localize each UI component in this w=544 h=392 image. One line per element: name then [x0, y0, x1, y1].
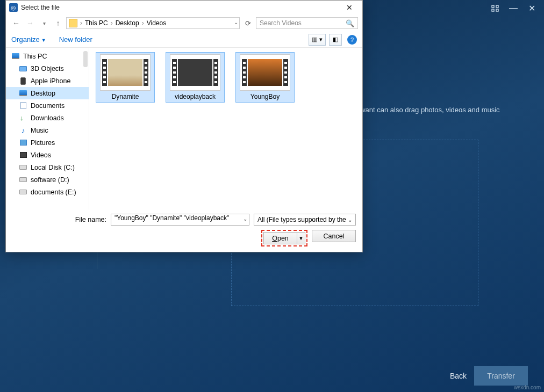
file-dynamite[interactable]: Dynamite [96, 52, 155, 103]
filetype-select[interactable]: All (File types supported by the⌄ [254, 214, 356, 226]
tree-videos[interactable]: Videos [6, 149, 89, 161]
refresh-button[interactable]: ⟳ [242, 17, 254, 29]
organize-menu[interactable]: Organize▼ [11, 35, 46, 43]
file-youngboy[interactable]: YoungBoy [235, 52, 295, 103]
file-label: YoungBoy [250, 93, 280, 100]
search-icon: 🔍 [346, 19, 354, 27]
tree-documents[interactable]: Documents [6, 99, 89, 112]
open-dropdown-button[interactable]: ▼ [297, 232, 305, 244]
svg-rect-1 [496, 5, 498, 8]
scrollbar[interactable] [83, 51, 88, 67]
tree-local-disk-c[interactable]: Local Disk (C:) [6, 161, 89, 173]
dialog-title: Select the file [21, 4, 60, 11]
close-button[interactable]: ✕ [524, 2, 540, 14]
tree-pictures[interactable]: Pictures [6, 136, 89, 149]
transfer-button[interactable]: Transfer [474, 366, 528, 386]
filename-label: File name: [12, 216, 106, 223]
breadcrumb-root[interactable]: This PC [85, 19, 108, 27]
app-icon: ◎ [9, 3, 18, 12]
tree-apple-iphone[interactable]: Apple iPhone [6, 75, 89, 87]
filename-input[interactable]: "YoungBoy" "Dynamite" "videoplayback"⌄ [111, 214, 249, 226]
help-button[interactable]: ? [347, 35, 357, 45]
preview-pane-button[interactable]: ◧ [329, 34, 342, 46]
folder-icon [69, 19, 77, 27]
tree-this-pc[interactable]: This PC [6, 50, 89, 62]
menu-icon[interactable] [487, 2, 503, 14]
tree-software-d[interactable]: software (D:) [6, 173, 89, 186]
breadcrumb[interactable]: › This PC › Desktop › Videos ⌄ [66, 17, 240, 29]
file-open-dialog: ◎ Select the file ✕ ← → ▾ ↑ › This PC › … [5, 0, 363, 252]
nav-up-button[interactable]: ↑ [52, 17, 64, 29]
cancel-button[interactable]: Cancel [312, 230, 356, 242]
tree-documents-e[interactable]: documents (E:) [6, 186, 89, 198]
nav-forward-button[interactable]: → [24, 17, 36, 29]
nav-recent-button[interactable]: ▾ [38, 17, 50, 29]
watermark: wsxdn.com [514, 384, 541, 390]
svg-rect-3 [496, 9, 498, 11]
tree-downloads[interactable]: Downloads [6, 112, 89, 124]
nav-back-button[interactable]: ← [10, 17, 22, 29]
tree-music[interactable]: ♪Music [6, 124, 89, 136]
svg-rect-0 [492, 5, 494, 8]
breadcrumb-videos[interactable]: Videos [147, 19, 166, 27]
file-videoplayback[interactable]: videoplayback [166, 52, 225, 103]
breadcrumb-desktop[interactable]: Desktop [116, 19, 139, 27]
new-folder-button[interactable]: New folder [59, 35, 92, 43]
search-input[interactable]: Search Videos 🔍 [256, 17, 358, 29]
tree-desktop[interactable]: Desktop [6, 87, 89, 99]
search-placeholder: Search Videos [260, 19, 302, 27]
minimize-button[interactable]: — [505, 2, 521, 14]
open-button-highlight: Open ▼ [261, 230, 307, 246]
open-button[interactable]: Open [263, 232, 297, 244]
file-label: videoplayback [175, 93, 216, 100]
back-button[interactable]: Back [450, 372, 467, 380]
folder-tree[interactable]: This PC 3D Objects Apple iPhone Desktop … [6, 48, 89, 209]
tree-3d-objects[interactable]: 3D Objects [6, 62, 89, 75]
view-mode-button[interactable]: ▥ ▾ [309, 34, 326, 46]
dialog-close-button[interactable]: ✕ [340, 2, 359, 13]
file-list[interactable]: Dynamite videoplayback YoungBoy [89, 48, 362, 209]
file-label: Dynamite [112, 93, 139, 100]
svg-rect-2 [492, 9, 494, 11]
